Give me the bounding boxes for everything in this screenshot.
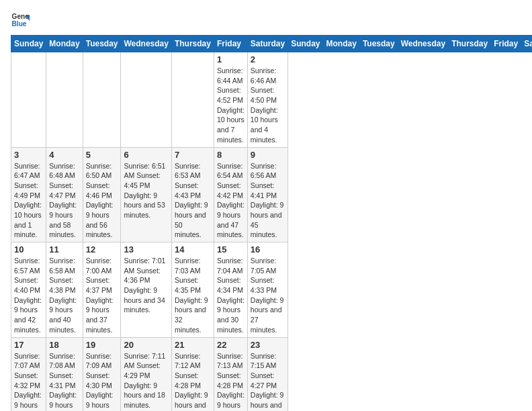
header-tuesday: Tuesday bbox=[83, 36, 121, 52]
header-saturday: Saturday bbox=[521, 36, 532, 52]
calendar-cell: 6Sunrise: 6:51 AM Sunset: 4:45 PM Daylig… bbox=[121, 147, 171, 242]
calendar-cell: 10Sunrise: 6:57 AM Sunset: 4:40 PM Dayli… bbox=[11, 242, 46, 338]
calendar-cell: 8Sunrise: 6:54 AM Sunset: 4:42 PM Daylig… bbox=[214, 147, 247, 242]
header-friday: Friday bbox=[214, 36, 247, 52]
cell-content: Sunrise: 6:51 AM Sunset: 4:45 PM Dayligh… bbox=[124, 161, 168, 220]
day-number: 5 bbox=[86, 150, 118, 160]
calendar-cell: 11Sunrise: 6:58 AM Sunset: 4:38 PM Dayli… bbox=[46, 242, 83, 338]
calendar-cell: 15Sunrise: 7:04 AM Sunset: 4:34 PM Dayli… bbox=[214, 242, 247, 338]
cell-content: Sunrise: 7:00 AM Sunset: 4:37 PM Dayligh… bbox=[86, 256, 118, 335]
day-number: 1 bbox=[217, 54, 245, 64]
day-number: 4 bbox=[49, 150, 79, 160]
day-number: 3 bbox=[14, 150, 43, 160]
day-number: 12 bbox=[86, 244, 118, 255]
cell-content: Sunrise: 7:03 AM Sunset: 4:35 PM Dayligh… bbox=[175, 256, 211, 335]
day-number: 18 bbox=[49, 340, 79, 350]
cell-content: Sunrise: 6:53 AM Sunset: 4:43 PM Dayligh… bbox=[175, 161, 211, 240]
calendar-cell: 2Sunrise: 6:46 AM Sunset: 4:50 PM Daylig… bbox=[247, 52, 287, 148]
calendar-cell: 22Sunrise: 7:13 AM Sunset: 4:28 PM Dayli… bbox=[214, 337, 247, 411]
calendar-week-row: 1Sunrise: 6:44 AM Sunset: 4:52 PM Daylig… bbox=[11, 52, 533, 148]
calendar-week-row: 10Sunrise: 6:57 AM Sunset: 4:40 PM Dayli… bbox=[11, 242, 533, 338]
header-monday: Monday bbox=[323, 36, 359, 52]
calendar-cell: 23Sunrise: 7:15 AM Sunset: 4:27 PM Dayli… bbox=[247, 337, 287, 411]
header-tuesday: Tuesday bbox=[359, 36, 398, 52]
day-number: 13 bbox=[124, 244, 168, 255]
calendar-cell bbox=[121, 52, 171, 148]
cell-content: Sunrise: 6:58 AM Sunset: 4:38 PM Dayligh… bbox=[49, 256, 79, 335]
cell-content: Sunrise: 6:44 AM Sunset: 4:52 PM Dayligh… bbox=[217, 66, 245, 145]
day-number: 7 bbox=[175, 150, 211, 160]
logo-icon: General Blue bbox=[11, 11, 30, 30]
calendar-cell: 14Sunrise: 7:03 AM Sunset: 4:35 PM Dayli… bbox=[171, 242, 214, 338]
cell-content: Sunrise: 6:47 AM Sunset: 4:49 PM Dayligh… bbox=[14, 161, 43, 240]
calendar-cell: 20Sunrise: 7:11 AM Sunset: 4:29 PM Dayli… bbox=[121, 337, 171, 411]
cell-content: Sunrise: 6:46 AM Sunset: 4:50 PM Dayligh… bbox=[251, 66, 285, 145]
calendar-cell: 16Sunrise: 7:05 AM Sunset: 4:33 PM Dayli… bbox=[247, 242, 287, 338]
cell-content: Sunrise: 6:48 AM Sunset: 4:47 PM Dayligh… bbox=[49, 161, 79, 240]
cell-content: Sunrise: 6:56 AM Sunset: 4:41 PM Dayligh… bbox=[251, 161, 285, 240]
header-area: General Blue bbox=[11, 11, 521, 30]
calendar-header-row: SundayMondayTuesdayWednesdayThursdayFrid… bbox=[11, 36, 533, 52]
cell-content: Sunrise: 6:57 AM Sunset: 4:40 PM Dayligh… bbox=[14, 256, 43, 335]
day-number: 11 bbox=[49, 244, 79, 255]
calendar-cell: 1Sunrise: 6:44 AM Sunset: 4:52 PM Daylig… bbox=[214, 52, 247, 148]
header-thursday: Thursday bbox=[449, 36, 491, 52]
cell-content: Sunrise: 7:01 AM Sunset: 4:36 PM Dayligh… bbox=[124, 256, 168, 315]
calendar-cell bbox=[83, 52, 121, 148]
cell-content: Sunrise: 7:04 AM Sunset: 4:34 PM Dayligh… bbox=[217, 256, 245, 335]
header-wednesday: Wednesday bbox=[121, 36, 171, 52]
calendar-table: SundayMondayTuesdayWednesdayThursdayFrid… bbox=[11, 35, 532, 411]
logo: General Blue bbox=[11, 11, 32, 30]
calendar-cell: 19Sunrise: 7:09 AM Sunset: 4:30 PM Dayli… bbox=[83, 337, 121, 411]
calendar-cell: 4Sunrise: 6:48 AM Sunset: 4:47 PM Daylig… bbox=[46, 147, 83, 242]
svg-text:Blue: Blue bbox=[12, 20, 27, 28]
day-number: 14 bbox=[175, 244, 211, 255]
calendar-cell: 3Sunrise: 6:47 AM Sunset: 4:49 PM Daylig… bbox=[11, 147, 46, 242]
calendar-cell: 13Sunrise: 7:01 AM Sunset: 4:36 PM Dayli… bbox=[121, 242, 171, 338]
cell-content: Sunrise: 6:50 AM Sunset: 4:46 PM Dayligh… bbox=[86, 161, 118, 240]
day-number: 8 bbox=[217, 150, 245, 160]
header-friday: Friday bbox=[491, 36, 521, 52]
cell-content: Sunrise: 7:11 AM Sunset: 4:29 PM Dayligh… bbox=[124, 351, 168, 410]
day-number: 15 bbox=[217, 244, 245, 255]
day-number: 20 bbox=[124, 340, 168, 350]
cell-content: Sunrise: 7:15 AM Sunset: 4:27 PM Dayligh… bbox=[251, 351, 285, 412]
day-number: 19 bbox=[86, 340, 118, 350]
header-sunday: Sunday bbox=[288, 36, 323, 52]
cell-content: Sunrise: 7:12 AM Sunset: 4:28 PM Dayligh… bbox=[175, 351, 211, 412]
cell-content: Sunrise: 7:13 AM Sunset: 4:28 PM Dayligh… bbox=[217, 351, 245, 412]
day-number: 16 bbox=[251, 244, 285, 255]
calendar-cell: 7Sunrise: 6:53 AM Sunset: 4:43 PM Daylig… bbox=[171, 147, 214, 242]
header-saturday: Saturday bbox=[247, 36, 287, 52]
header-wednesday: Wednesday bbox=[398, 36, 448, 52]
calendar-cell: 18Sunrise: 7:08 AM Sunset: 4:31 PM Dayli… bbox=[46, 337, 83, 411]
calendar-cell: 12Sunrise: 7:00 AM Sunset: 4:37 PM Dayli… bbox=[83, 242, 121, 338]
calendar-cell: 5Sunrise: 6:50 AM Sunset: 4:46 PM Daylig… bbox=[83, 147, 121, 242]
day-number: 17 bbox=[14, 340, 43, 350]
cell-content: Sunrise: 7:09 AM Sunset: 4:30 PM Dayligh… bbox=[86, 351, 118, 412]
header-thursday: Thursday bbox=[171, 36, 214, 52]
calendar-week-row: 3Sunrise: 6:47 AM Sunset: 4:49 PM Daylig… bbox=[11, 147, 533, 242]
day-number: 10 bbox=[14, 244, 43, 255]
calendar-week-row: 17Sunrise: 7:07 AM Sunset: 4:32 PM Dayli… bbox=[11, 337, 533, 411]
calendar-cell: 21Sunrise: 7:12 AM Sunset: 4:28 PM Dayli… bbox=[171, 337, 214, 411]
day-number: 9 bbox=[251, 150, 285, 160]
day-number: 2 bbox=[251, 54, 285, 64]
calendar-cell: 17Sunrise: 7:07 AM Sunset: 4:32 PM Dayli… bbox=[11, 337, 46, 411]
cell-content: Sunrise: 7:05 AM Sunset: 4:33 PM Dayligh… bbox=[251, 256, 285, 335]
calendar-cell bbox=[171, 52, 214, 148]
cell-content: Sunrise: 6:54 AM Sunset: 4:42 PM Dayligh… bbox=[217, 161, 245, 240]
header-monday: Monday bbox=[46, 36, 83, 52]
header-sunday: Sunday bbox=[11, 36, 46, 52]
day-number: 21 bbox=[175, 340, 211, 350]
day-number: 23 bbox=[251, 340, 285, 350]
cell-content: Sunrise: 7:07 AM Sunset: 4:32 PM Dayligh… bbox=[14, 351, 43, 412]
day-number: 6 bbox=[124, 150, 168, 160]
calendar-cell bbox=[11, 52, 46, 148]
calendar-cell bbox=[46, 52, 83, 148]
day-number: 22 bbox=[217, 340, 245, 350]
cell-content: Sunrise: 7:08 AM Sunset: 4:31 PM Dayligh… bbox=[49, 351, 79, 412]
calendar-cell: 9Sunrise: 6:56 AM Sunset: 4:41 PM Daylig… bbox=[247, 147, 287, 242]
